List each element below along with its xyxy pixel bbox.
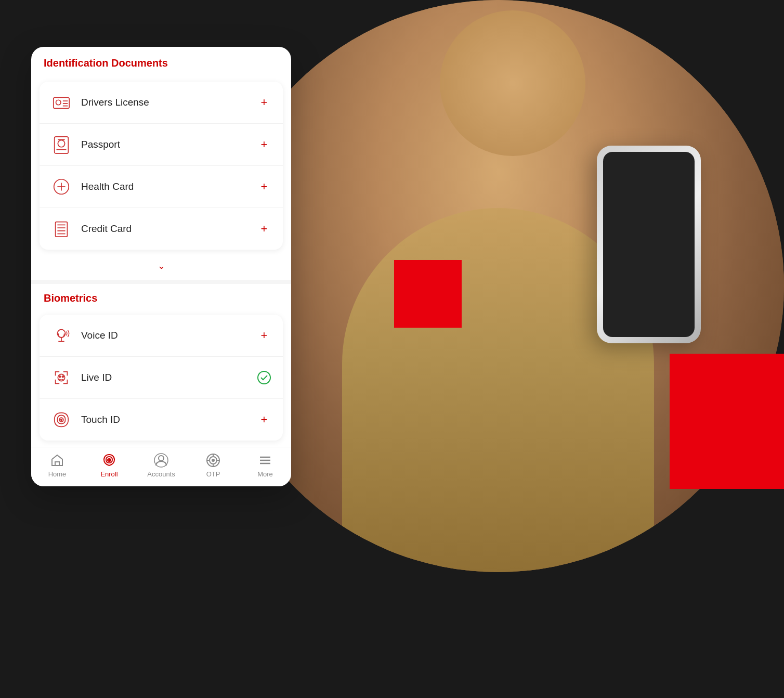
nav-accounts-label: Accounts [147, 470, 175, 478]
voice-id-label: Voice ID [81, 330, 256, 341]
credit-card-icon [50, 217, 73, 240]
biometrics-list: Voice ID + Live ID [40, 315, 283, 441]
list-item-voice-id[interactable]: Voice ID + [40, 315, 283, 357]
add-credit-card-button[interactable]: + [256, 221, 272, 237]
phone-card: Identification Documents Drivers License… [31, 47, 291, 486]
bg-phone [597, 146, 701, 343]
biometrics-title: Biometrics [44, 292, 279, 304]
nav-item-accounts[interactable]: Accounts [140, 453, 182, 478]
list-item-health-card[interactable]: Health Card + [40, 166, 283, 208]
identification-section-header: Identification Documents [31, 47, 291, 75]
nav-home-label: Home [48, 470, 67, 478]
bottom-nav: Home Enroll [31, 447, 291, 486]
svg-point-26 [109, 460, 110, 461]
credit-card-label: Credit Card [81, 223, 256, 235]
voice-id-icon [50, 324, 73, 347]
nav-item-otp[interactable]: OTP [192, 453, 234, 478]
live-id-icon [50, 366, 73, 389]
svg-point-24 [61, 419, 62, 421]
health-card-icon [50, 175, 73, 198]
red-accent-2 [670, 354, 784, 489]
nav-item-home[interactable]: Home [36, 453, 78, 478]
identification-title: Identification Documents [44, 57, 279, 69]
red-accent-1 [394, 260, 462, 328]
svg-point-21 [59, 376, 61, 378]
add-touch-id-button[interactable]: + [256, 411, 272, 428]
otp-icon [205, 453, 221, 468]
passport-label: Passport [81, 139, 256, 150]
enroll-icon [101, 453, 117, 468]
add-passport-button[interactable]: + [256, 136, 272, 153]
more-icon [257, 453, 273, 468]
list-item-live-id[interactable]: Live ID [40, 357, 283, 399]
nav-more-label: More [257, 470, 273, 478]
live-id-status-icon [256, 369, 272, 386]
add-voice-id-button[interactable]: + [256, 327, 272, 344]
list-item-passport[interactable]: Passport + [40, 124, 283, 166]
svg-point-6 [58, 140, 64, 147]
nav-item-enroll[interactable]: Enroll [88, 453, 130, 478]
accounts-icon [153, 453, 169, 468]
chevron-down-icon[interactable]: ⌄ [158, 260, 165, 272]
id-card-icon [50, 91, 73, 114]
add-drivers-license-button[interactable]: + [256, 94, 272, 111]
svg-point-23 [258, 371, 270, 384]
nav-enroll-label: Enroll [100, 470, 117, 478]
home-icon [49, 453, 65, 468]
add-health-card-button[interactable]: + [256, 178, 272, 195]
live-id-label: Live ID [81, 372, 256, 383]
identification-list: Drivers License + Passport + [40, 82, 283, 250]
svg-point-27 [159, 456, 164, 461]
passport-icon [50, 133, 73, 156]
biometrics-section-header: Biometrics [31, 284, 291, 308]
touch-id-label: Touch ID [81, 414, 256, 425]
svg-point-1 [56, 100, 61, 105]
list-item-credit-card[interactable]: Credit Card + [40, 208, 283, 250]
svg-rect-5 [55, 137, 69, 153]
section-divider [31, 280, 291, 284]
svg-point-31 [212, 459, 214, 461]
svg-rect-12 [56, 222, 68, 237]
health-card-label: Health Card [81, 181, 256, 192]
drivers-license-label: Drivers License [81, 97, 256, 108]
nav-item-more[interactable]: More [244, 453, 286, 478]
touch-id-icon [50, 408, 73, 431]
svg-rect-25 [55, 462, 59, 466]
nav-otp-label: OTP [206, 470, 220, 478]
list-item-drivers-license[interactable]: Drivers License + [40, 82, 283, 124]
svg-point-22 [62, 376, 63, 378]
expand-row[interactable]: ⌄ [31, 256, 291, 280]
list-item-touch-id[interactable]: Touch ID + [40, 399, 283, 441]
